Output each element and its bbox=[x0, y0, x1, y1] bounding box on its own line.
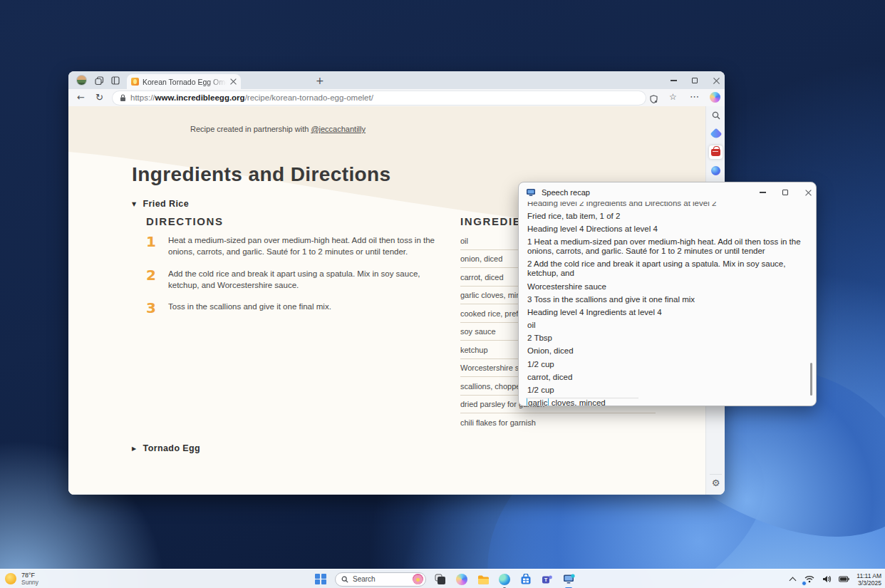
ingredient-row: chili flakes for garnish bbox=[460, 413, 656, 431]
speech-monitor-icon bbox=[563, 574, 575, 584]
recap-line: 2 Tbsp bbox=[527, 332, 807, 345]
directions-list: 1 Heat a medium-sized pan over medium-hi… bbox=[146, 234, 448, 325]
tray-time: 11:11 AM bbox=[856, 572, 881, 579]
recap-minimize-button[interactable] bbox=[754, 188, 771, 197]
accordion-tornado-egg[interactable]: ▶ Tornado Egg bbox=[132, 443, 200, 453]
narrator-app-icon bbox=[526, 188, 536, 197]
edge-icon bbox=[499, 574, 510, 585]
speech-recap-content[interactable]: Heading level 2 Ingredients and Directio… bbox=[519, 202, 816, 406]
start-button[interactable] bbox=[314, 572, 328, 587]
speech-recap-window: Speech recap Heading level 2 Ingredients… bbox=[518, 182, 817, 406]
copilot-button[interactable] bbox=[455, 572, 469, 587]
weather-widget[interactable]: 78°F Sunny bbox=[5, 572, 38, 586]
browser-toolbar: ← ↻ https://www.incredibleegg.org/recipe… bbox=[68, 89, 725, 106]
partner-link[interactable]: @jeccachantilly bbox=[311, 125, 366, 133]
back-button[interactable]: ← bbox=[77, 93, 85, 102]
teams-button[interactable]: T bbox=[540, 572, 554, 587]
recap-line: 3 Toss in the scallions and give it one … bbox=[527, 293, 807, 306]
tab-actions-icon[interactable] bbox=[110, 75, 121, 86]
search-icon bbox=[341, 576, 348, 583]
recap-line: Heading level 4 Ingredients at level 4 bbox=[527, 306, 807, 319]
recap-line: Heading level 4 Directions at level 4 bbox=[527, 222, 807, 235]
recap-line: 2 Add the cold rice and break it apart u… bbox=[527, 258, 807, 280]
window-minimize-button[interactable] bbox=[666, 76, 681, 85]
browser-tab[interactable]: Korean Tornado Egg Omelet - A bbox=[127, 74, 241, 89]
weather-temperature: 78°F bbox=[21, 572, 38, 579]
file-explorer-button[interactable] bbox=[476, 572, 490, 587]
caret-down-icon: ▼ bbox=[132, 201, 137, 207]
speech-recap-titlebar: Speech recap bbox=[519, 182, 816, 202]
recap-line: carrot, diced bbox=[527, 371, 807, 383]
recap-line: 1/2 cup bbox=[527, 383, 807, 396]
store-button[interactable] bbox=[519, 572, 533, 587]
weather-condition: Sunny bbox=[21, 579, 38, 586]
narrator-word-highlight: garlic bbox=[527, 398, 549, 406]
more-menu-icon[interactable]: ⋯ bbox=[690, 92, 699, 101]
recap-maximize-button[interactable] bbox=[777, 188, 794, 197]
system-tray: 11:11 AM 3/3/2025 bbox=[787, 569, 881, 588]
directions-heading: DIRECTIONS bbox=[146, 215, 224, 227]
desktop: Korean Tornado Egg Omelet - A + ← ↻ http… bbox=[0, 0, 885, 588]
copilot-icon bbox=[456, 574, 467, 585]
accessibility-badge-icon bbox=[802, 581, 807, 586]
teams-icon: T bbox=[542, 574, 553, 585]
tab-close-icon[interactable] bbox=[230, 78, 237, 85]
recap-line: Heading level 2 Ingredients and Directio… bbox=[527, 202, 807, 210]
svg-text:T: T bbox=[544, 577, 548, 583]
recap-bottom-divider bbox=[526, 398, 638, 398]
recap-line: Onion, diced bbox=[527, 345, 807, 358]
recap-line: 1 Heat a medium-sized pan over medium-hi… bbox=[527, 236, 807, 258]
battery-icon[interactable] bbox=[838, 574, 849, 585]
lock-icon bbox=[120, 94, 126, 102]
window-close-button[interactable] bbox=[708, 76, 724, 85]
refresh-button[interactable]: ↻ bbox=[95, 93, 103, 102]
volume-icon[interactable] bbox=[821, 574, 832, 585]
address-bar[interactable]: https://www.incredibleegg.org/recipe/kor… bbox=[113, 91, 646, 105]
direction-step: 3 Toss in the scallions and give it one … bbox=[146, 300, 448, 316]
favorites-star-icon[interactable]: ☆ bbox=[669, 93, 677, 101]
search-highlight-image bbox=[413, 574, 423, 584]
new-tab-button[interactable]: + bbox=[316, 76, 324, 86]
taskbar: 78°F Sunny Search bbox=[0, 569, 885, 588]
taskbar-search-box[interactable]: Search bbox=[335, 572, 426, 587]
recap-line: 1/2 cup bbox=[527, 358, 807, 371]
task-view-icon bbox=[435, 574, 446, 585]
taskbar-clock[interactable]: 11:11 AM 3/3/2025 bbox=[856, 572, 881, 587]
folder-icon bbox=[477, 574, 490, 584]
store-icon bbox=[520, 574, 532, 585]
page-title: Ingredients and Directions bbox=[132, 163, 391, 186]
tray-chevron-up-icon[interactable] bbox=[787, 574, 798, 585]
speech-recap-title: Speech recap bbox=[542, 188, 590, 197]
accordion-fried-rice[interactable]: ▼ Fried Rice bbox=[132, 199, 189, 209]
workspaces-icon[interactable] bbox=[93, 75, 105, 86]
sun-icon bbox=[5, 573, 16, 584]
recap-close-button[interactable] bbox=[799, 188, 817, 197]
profile-avatar[interactable] bbox=[76, 75, 87, 86]
copilot-icon[interactable] bbox=[710, 92, 720, 103]
taskbar-center: Search T bbox=[314, 569, 576, 588]
sidebar-basket-icon[interactable] bbox=[709, 145, 723, 159]
sidebar-copilot-icon[interactable] bbox=[709, 164, 723, 177]
wifi-icon[interactable] bbox=[804, 574, 815, 585]
window-maximize-button[interactable] bbox=[687, 76, 703, 85]
direction-step: 2 Add the cold rice and break it apart u… bbox=[146, 267, 448, 292]
tab-title: Korean Tornado Egg Omelet - A bbox=[143, 78, 227, 86]
recap-scrollbar[interactable] bbox=[810, 363, 812, 396]
task-view-button[interactable] bbox=[433, 572, 447, 587]
sidebar-divider bbox=[710, 474, 722, 475]
url-text: https://www.incredibleegg.org/recipe/kor… bbox=[130, 93, 373, 102]
sidebar-shopping-tag-icon[interactable] bbox=[709, 127, 723, 140]
site-favicon-icon bbox=[131, 78, 139, 86]
speech-recap-taskbar-button[interactable] bbox=[561, 572, 576, 587]
windows-logo-icon bbox=[315, 574, 326, 585]
sidebar-settings-gear-icon[interactable]: ⚙ bbox=[709, 476, 723, 490]
tray-date: 3/3/2025 bbox=[856, 579, 881, 587]
sidebar-search-icon[interactable] bbox=[709, 108, 723, 122]
direction-step: 1 Heat a medium-sized pan over medium-hi… bbox=[146, 234, 448, 258]
recap-line: Fried rice, tab item, 1 of 2 bbox=[527, 210, 807, 222]
tab-strip: Korean Tornado Egg Omelet - A + bbox=[68, 71, 725, 89]
search-label: Search bbox=[353, 575, 408, 583]
edge-button[interactable] bbox=[497, 572, 512, 587]
recap-line: oil bbox=[527, 319, 807, 332]
browser-essentials-icon[interactable] bbox=[650, 93, 658, 106]
